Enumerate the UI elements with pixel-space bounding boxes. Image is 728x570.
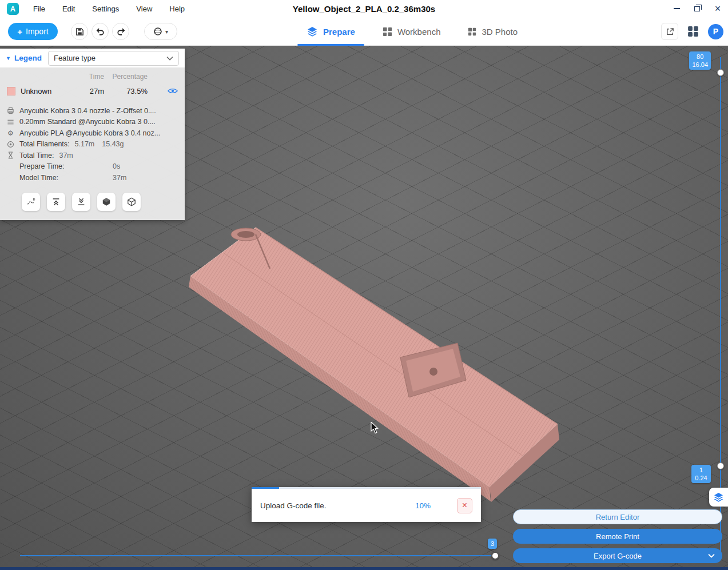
legend-header: ▼ Legend Feature type [0,49,185,67]
move-slider-handle[interactable] [491,552,499,560]
export-gcode-button[interactable]: Export G-code [513,548,722,563]
model-time-label: Model Time: [19,174,113,182]
tab-label: 3D Photo [482,27,518,37]
legend-title[interactable]: Legend [14,54,42,62]
tab-prepare[interactable]: Prepare [293,17,369,46]
prepare-time-row: Prepare Time: 0s [0,161,185,173]
menu-view[interactable]: View [128,0,161,17]
close-button[interactable]: × [707,0,728,17]
mouse-cursor [371,422,379,435]
printer-preset-row: Anycubic Kobra 3 0.4 nozzle - Z-Offset 0… [0,105,185,117]
app-logo-icon[interactable]: A [7,3,19,15]
model-time-row: Model Time: 37m [0,172,185,184]
bottom-layer-height: 0.24 [694,474,708,482]
layer-slider-top-handle[interactable] [717,69,724,76]
external-link-icon [666,27,674,36]
layer-slider-bottom-badge: 1 0.24 [691,465,711,483]
layer-view-toggle-button[interactable] [709,488,728,507]
wireframe-view-button[interactable] [122,193,141,211]
close-icon: × [462,501,467,510]
window-title: Yellow_Object_2_PLA_0.2_36m30s [293,4,435,14]
printer-icon [6,107,15,114]
remote-print-button[interactable]: Remote Print [513,529,722,544]
undo-button[interactable] [92,23,109,40]
total-filaments-length: 5.17m [75,140,95,148]
maximize-icon [694,6,700,11]
layers-icon [307,26,318,37]
top-layer-number: 80 [692,53,708,61]
apps-grid-icon[interactable] [687,26,699,37]
legend-column-headers: Time Percentage [0,70,185,83]
feature-time: 27m [74,87,104,95]
menu-file[interactable]: File [25,0,54,17]
feature-type-value: Feature type [54,54,96,62]
menu-bar: A File Edit Settings View Help Yellow_Ob… [0,0,728,17]
model-3d[interactable] [183,217,572,509]
sliced-model-render [183,217,572,509]
upload-dialog: Upload G-code file. 10% × [252,487,481,522]
return-editor-button[interactable]: Return Editor [513,509,722,524]
total-filaments-weight: 15.43g [102,140,124,148]
cancel-upload-button[interactable]: × [457,498,472,513]
minimize-button[interactable] [666,0,687,17]
feature-label: Unknown [21,87,51,95]
legend-row-unknown: Unknown 27m 73.5% [0,83,185,98]
undo-icon [96,27,105,36]
user-avatar[interactable]: P [708,24,723,39]
total-time-row: Total Time: 37m [0,150,185,161]
upload-progress-track [252,487,481,489]
filament-preset-row: ⚙ Anycubic PLA @Anycubic Kobra 3 0.4 noz… [0,127,185,139]
plate-view-dropdown[interactable]: ▾ [144,23,177,40]
jump-to-top-button[interactable] [47,193,65,211]
process-preset-text: 0.20mm Standard @Anycubic Kobra 3 0.... [19,118,156,126]
collapse-triangle-icon[interactable]: ▼ [6,55,11,61]
close-icon: × [715,3,721,14]
redo-icon [117,27,125,36]
move-value: 3 [491,540,494,547]
jump-to-bottom-button[interactable] [72,193,90,211]
save-button[interactable] [71,23,88,40]
layer-slider-top-badge: 80 16.04 [689,51,711,70]
travel-moves-button[interactable] [22,193,40,211]
plus-icon: + [17,27,22,37]
layer-slider-bottom-handle[interactable] [717,463,724,469]
workbench-icon [383,27,392,37]
bottom-layer-number: 1 [694,466,708,474]
feature-type-select[interactable]: Feature type [48,51,179,66]
tab-workbench[interactable]: Workbench [369,17,455,46]
open-external-button[interactable] [661,23,678,40]
save-icon [75,27,84,36]
move-slider-track[interactable] [20,555,496,556]
prepare-time-value: 0s [113,162,120,170]
tab-label: Prepare [323,27,355,37]
total-filaments-label: Total Filaments: [19,140,70,148]
process-preset-row: 0.20mm Standard @Anycubic Kobra 3 0.... [0,117,185,128]
legend-toolbar [22,193,185,211]
solid-view-button[interactable] [97,193,116,211]
maximize-button[interactable] [687,0,707,17]
window-bottom-edge [0,567,728,570]
redo-button[interactable] [112,23,129,40]
feature-percentage: 73.5% [104,87,148,95]
move-slider-badge: 3 [488,539,497,549]
layer-height-icon [6,118,15,126]
window-controls: × [666,0,728,17]
logo-letter: A [10,5,15,13]
layers-icon [713,492,724,503]
chevron-down-icon [166,56,173,61]
print-info-list: Anycubic Kobra 3 0.4 nozzle - Z-Offset 0… [0,105,185,184]
import-button[interactable]: + Import [8,23,58,40]
menu-settings[interactable]: Settings [83,0,128,17]
main-tabs: Prepare Workbench 3D Photo [293,17,531,46]
printer-preset-text: Anycubic Kobra 3 0.4 nozzle - Z-Offset 0… [19,107,156,115]
visibility-eye-icon[interactable] [168,87,178,94]
menu-edit[interactable]: Edit [54,0,83,17]
minimize-icon [674,8,680,9]
total-time-value: 37m [59,152,73,160]
total-time-label: Total Time: [19,152,54,160]
chevron-down-icon[interactable] [708,552,715,559]
layer-slider-track[interactable] [720,57,721,557]
menu-help[interactable]: Help [161,0,193,17]
tab-3d-photo[interactable]: 3D Photo [454,17,531,46]
hourglass-icon [6,152,15,159]
